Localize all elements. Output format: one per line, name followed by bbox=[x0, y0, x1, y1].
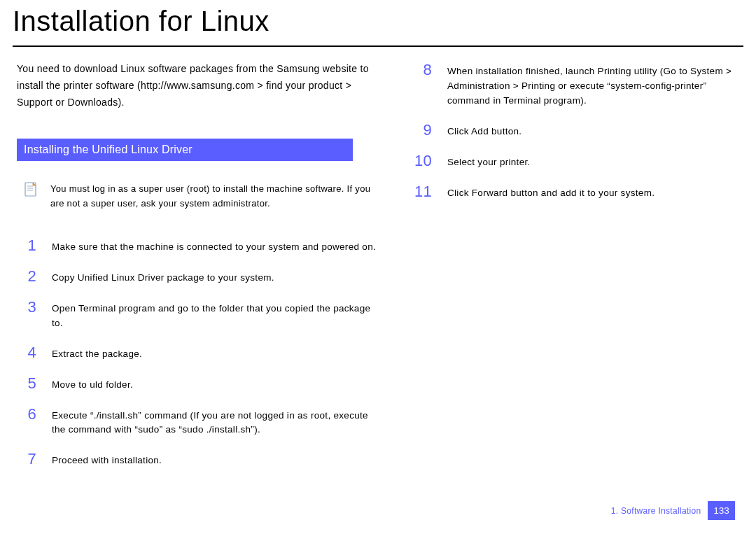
note-row: You must log in as a super user (root) t… bbox=[24, 182, 384, 211]
step-text: Select your printer. bbox=[447, 153, 735, 170]
step-number: 6 bbox=[17, 407, 36, 422]
step-item: 7 Proceed with installation. bbox=[17, 451, 384, 468]
footer: 1. Software Installation 133 bbox=[611, 501, 735, 520]
step-number: 11 bbox=[412, 184, 432, 199]
step-text: Move to uld folder. bbox=[52, 376, 384, 393]
step-number: 5 bbox=[17, 376, 36, 391]
step-item: 4 Extract the package. bbox=[17, 345, 384, 362]
note-text: You must log in as a super user (root) t… bbox=[50, 182, 384, 211]
step-text: Open Terminal program and go to the fold… bbox=[52, 300, 384, 331]
step-item: 6 Execute “./install.sh” command (If you… bbox=[17, 407, 384, 438]
left-column: You need to download Linux software pack… bbox=[17, 61, 384, 482]
step-number: 2 bbox=[17, 269, 36, 284]
step-number: 7 bbox=[17, 451, 36, 467]
page-title: Installation for Linux bbox=[0, 0, 756, 43]
footer-chapter-label: 1. Software Installation bbox=[611, 506, 701, 516]
step-text: Click Forward button and add it to your … bbox=[447, 184, 735, 201]
step-item: 5 Move to uld folder. bbox=[17, 376, 384, 393]
step-text: Execute “./install.sh” command (If you a… bbox=[52, 407, 384, 438]
step-text: Proceed with installation. bbox=[52, 451, 384, 468]
step-item: 10 Select your printer. bbox=[412, 153, 735, 170]
step-text: Copy Unified Linux Driver package to you… bbox=[52, 269, 384, 286]
footer-page-number: 133 bbox=[708, 501, 735, 520]
content-columns: You need to download Linux software pack… bbox=[0, 47, 756, 482]
step-item: 2 Copy Unified Linux Driver package to y… bbox=[17, 269, 384, 286]
right-column: 8 When installation finished, launch Pri… bbox=[412, 61, 735, 482]
step-number: 3 bbox=[17, 300, 36, 315]
step-text: When installation finished, launch Print… bbox=[447, 62, 735, 108]
step-number: 4 bbox=[17, 345, 36, 360]
step-text: Make sure that the machine is connected … bbox=[52, 238, 384, 255]
step-number: 8 bbox=[412, 62, 432, 78]
step-item: 11 Click Forward button and add it to yo… bbox=[412, 184, 735, 201]
steps-left-list: 1 Make sure that the machine is connecte… bbox=[17, 238, 384, 468]
intro-text: You need to download Linux software pack… bbox=[17, 61, 384, 111]
note-icon bbox=[24, 182, 39, 200]
step-text: Extract the package. bbox=[52, 345, 384, 362]
step-item: 3 Open Terminal program and go to the fo… bbox=[17, 300, 384, 331]
steps-right-list: 8 When installation finished, launch Pri… bbox=[412, 62, 735, 201]
step-number: 9 bbox=[412, 122, 432, 138]
step-number: 10 bbox=[412, 153, 432, 169]
step-number: 1 bbox=[17, 238, 36, 253]
step-text: Click Add button. bbox=[447, 122, 735, 139]
step-item: 1 Make sure that the machine is connecte… bbox=[17, 238, 384, 255]
section-heading: Installing the Unified Linux Driver bbox=[17, 139, 353, 161]
step-item: 8 When installation finished, launch Pri… bbox=[412, 62, 735, 108]
step-item: 9 Click Add button. bbox=[412, 122, 735, 139]
